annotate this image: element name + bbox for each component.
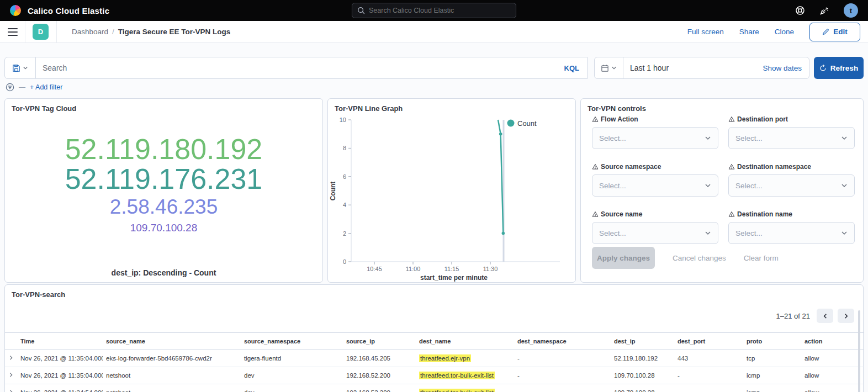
row-expand-button[interactable] (5, 367, 17, 384)
next-page-button[interactable] (838, 309, 854, 323)
pagination: 1–21 of 21 (776, 309, 854, 323)
cell-action: allow (801, 367, 864, 384)
highlighted-value: threatfeed.ejr-vpn (419, 354, 471, 362)
field-source-name: Source name Select... (592, 210, 718, 244)
cell-source-ip: 192.168.45.205 (343, 350, 416, 367)
cell-time: Nov 26, 2021 @ 11:35:04.000 (17, 367, 103, 384)
kql-selector[interactable]: KQL (557, 64, 587, 72)
x-tick: 10:45 (367, 266, 382, 272)
dashboard-page: Calico Cloud Elastic t D Dashboard / Tig… (0, 0, 868, 392)
cell-time: Nov 26, 2021 @ 11:34:54.000 (17, 384, 103, 392)
tag-cloud-item[interactable]: 52.119.180.192 (65, 134, 263, 164)
legend-label[interactable]: Count (517, 119, 537, 128)
search-table-panel: Tor-VPN-search 1–21 of 21 Time source_na… (4, 284, 864, 392)
table-row: Nov 26, 2021 @ 11:34:54.000 netshoot dev… (5, 384, 864, 392)
chevron-down-icon (841, 135, 848, 141)
avatar[interactable]: t (844, 3, 858, 18)
help-icon[interactable] (795, 6, 805, 15)
filter-bar: — + Add filter (6, 83, 62, 92)
app-title: Calico Cloud Elastic (28, 6, 109, 15)
cell-dest-port: - (674, 367, 743, 384)
line-graph-panel: Tor-VPN Line Graph 0 2 4 6 8 10 10:45 11… (327, 98, 576, 283)
highlighted-value: threatfeed.tor-bulk-exit-list (419, 389, 495, 392)
field-source-namespace: Source namespace Select... (592, 163, 718, 197)
breadcrumb-dashboard[interactable]: Dashboard (72, 28, 108, 36)
save-query-icon (12, 64, 20, 72)
legend-swatch (507, 120, 515, 127)
date-picker: Last 1 hour Show dates (594, 57, 809, 79)
full-screen-button[interactable]: Full screen (687, 28, 724, 36)
menu-icon[interactable] (8, 28, 18, 36)
destination-name-select[interactable]: Select... (728, 222, 855, 244)
tag-cloud-item[interactable]: 52.119.176.231 (65, 164, 263, 194)
cell-dest-name: threatfeed.tor-bulk-exit-list (416, 367, 514, 384)
cell-dest-namespace: - (514, 384, 611, 392)
source-name-select[interactable]: Select... (592, 222, 718, 244)
clone-button[interactable]: Clone (775, 28, 794, 36)
tag-cloud-caption: dest_ip: Descending - Count (5, 268, 322, 277)
refresh-button[interactable]: Refresh (814, 57, 864, 79)
destination-namespace-select[interactable]: Select... (728, 174, 855, 197)
cancel-changes-button[interactable]: Cancel changes (673, 254, 726, 262)
chevron-down-icon (23, 65, 28, 71)
prev-page-button[interactable] (817, 309, 833, 323)
cell-dest-port: - (674, 384, 743, 392)
col-time: Time (17, 333, 103, 350)
line-chart: 0 2 4 6 8 10 10:45 11:00 11:15 11:30 Cou… (328, 99, 576, 283)
cell-source-namespace: dev (241, 367, 343, 384)
cell-source-name: netshoot (103, 384, 241, 392)
clear-form-button[interactable]: Clear form (744, 254, 779, 262)
news-icon[interactable] (819, 6, 829, 15)
row-expand-button[interactable] (5, 384, 17, 392)
col-dest-port: dest_port (674, 333, 743, 350)
row-expand-button[interactable] (5, 350, 17, 367)
cell-dest-ip: 109.70.100.28 (611, 384, 674, 392)
edit-button[interactable]: Edit (809, 23, 860, 41)
table-row: Nov 26, 2021 @ 11:35:04.000 netshoot dev… (5, 367, 864, 384)
cell-time: Nov 26, 2021 @ 11:35:04.000 (17, 350, 103, 367)
cell-action: allow (801, 384, 864, 392)
logs-table: Time source_name source_namespace source… (5, 332, 864, 392)
share-button[interactable]: Share (739, 28, 759, 36)
tag-cloud-item[interactable]: 2.58.46.235 (110, 197, 218, 218)
cell-source-namespace: tigera-fluentd (241, 350, 343, 367)
y-tick: 2 (343, 230, 346, 237)
filter-icon[interactable] (6, 83, 14, 92)
table-header-row: Time source_name source_namespace source… (5, 333, 864, 350)
apply-changes-button[interactable]: Apply changes (592, 247, 655, 269)
time-range-value[interactable]: Last 1 hour (623, 63, 669, 72)
panel-title: Tor-VPN Tag Cloud (5, 99, 322, 113)
cell-source-name: netshoot (103, 367, 241, 384)
elastic-logo (10, 5, 21, 16)
x-tick: 11:00 (406, 266, 421, 272)
x-tick: 11:30 (483, 266, 498, 272)
global-search-box[interactable] (352, 3, 516, 18)
flow-action-select[interactable]: Select... (592, 127, 718, 149)
y-tick: 8 (343, 145, 346, 151)
tag-cloud-item[interactable]: 109.70.100.28 (130, 223, 198, 234)
query-search-input[interactable] (36, 63, 557, 72)
cell-dest-namespace: - (514, 367, 611, 384)
field-flow-action: Flow Action Select... (592, 115, 718, 149)
y-tick: 0 (343, 258, 346, 265)
panel-title: Tor-VPN-search (5, 285, 863, 299)
field-destination-port: Destination port Select... (728, 115, 855, 149)
controls-panel: Tor-VPN controls Flow Action Select... D… (580, 98, 864, 283)
count-series-line (498, 120, 503, 234)
cell-proto: tcp (743, 350, 801, 367)
table-scrollbar[interactable] (858, 310, 860, 392)
source-namespace-select[interactable]: Select... (592, 174, 718, 197)
cell-source-name: eks-log-forwarder-5bd4659786-cwd2r (103, 350, 241, 367)
add-filter-button[interactable]: + Add filter (30, 83, 62, 91)
saved-query-menu-button[interactable] (4, 57, 36, 79)
destination-port-select[interactable]: Select... (728, 127, 855, 149)
global-search-input[interactable] (369, 7, 511, 14)
y-tick: 10 (340, 116, 346, 123)
date-picker-menu-button[interactable] (595, 57, 623, 78)
cell-dest-name: threatfeed.ejr-vpn (416, 350, 514, 367)
cell-source-ip: 192.168.52.200 (343, 367, 416, 384)
data-point (499, 133, 502, 136)
query-bar: KQL Last 1 hour Show dates Refresh (4, 57, 864, 79)
panel-title: Tor-VPN controls (581, 99, 863, 113)
show-dates-button[interactable]: Show dates (763, 64, 809, 72)
